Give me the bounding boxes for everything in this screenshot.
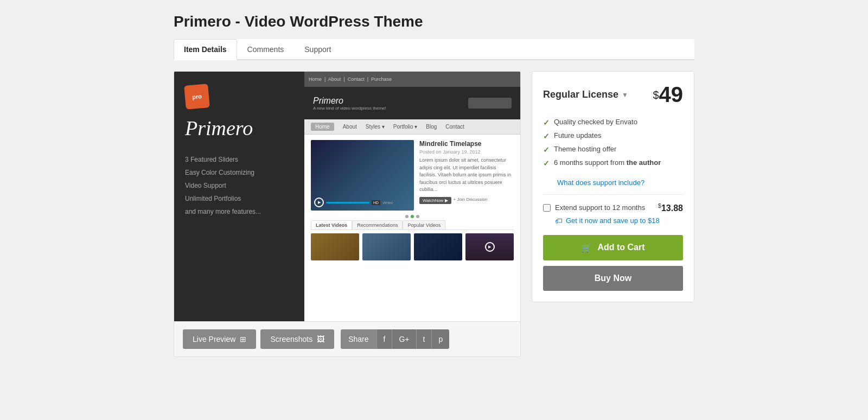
buy-now-button[interactable]: Buy Now <box>543 266 683 291</box>
check-item-updates: ✓ Future updates <box>543 129 683 143</box>
feature-list: 3 Featured Sliders Easy Color Customizin… <box>185 153 293 218</box>
thumb-item-2 <box>362 233 411 260</box>
check-icon: ✓ <box>543 132 550 141</box>
preview-image-area: pro Primero 3 Featured Sliders Easy Colo… <box>174 72 520 321</box>
license-header: Regular License ▼ $49 <box>543 82 683 107</box>
live-preview-icon: ⊞ <box>240 335 246 343</box>
support-link[interactable]: What does support include? <box>557 179 683 187</box>
check-icon: ✓ <box>543 118 550 127</box>
progress-bar <box>326 202 369 203</box>
nav-styles: Styles ▾ <box>366 124 385 130</box>
check-icon: ✓ <box>543 159 550 168</box>
browser-bar: Home | About | Contact | Purchase <box>304 72 520 87</box>
license-label: Regular License ▼ <box>543 89 628 100</box>
live-preview-button[interactable]: Live Preview ⊞ <box>183 329 256 349</box>
feature-item: and many more features... <box>185 205 293 218</box>
price-display: $49 <box>653 82 683 107</box>
extend-left: Extend support to 12 months <box>543 203 645 212</box>
pinterest-button[interactable]: p <box>431 329 449 349</box>
nav-home: Home <box>311 123 334 131</box>
tab-comments[interactable]: Comments <box>237 39 295 60</box>
nav-contact: Contact <box>445 124 464 130</box>
check-item-hosting: ✓ Theme hosting offer <box>543 143 683 156</box>
screenshots-icon: 🖼 <box>317 335 324 343</box>
tab-item-details[interactable]: Item Details <box>174 39 237 60</box>
video-description: Lorem ipsum dolor sit amet, consectetur … <box>419 157 514 194</box>
nav-about: About <box>343 124 357 130</box>
video-controls: ▶ HD vimeo <box>314 198 393 207</box>
watch-now-btn: WatchNow ▶ <box>419 197 451 204</box>
video-meta: Posted on January 19, 2012 <box>419 149 514 155</box>
popular-videos-tab: Popular Videos <box>403 220 445 230</box>
screenshots-button[interactable]: Screenshots 🖼 <box>260 329 334 349</box>
facebook-button[interactable]: f <box>376 329 392 349</box>
browser-nav: Home | About | Contact | Purchase <box>309 77 392 82</box>
check-item-support: ✓ 6 months support from the author <box>543 156 683 170</box>
tag-icon: 🏷 <box>555 217 563 225</box>
add-to-cart-label: Add to Cart <box>597 243 644 252</box>
divider <box>543 194 683 195</box>
save-tag: 🏷 Get it now and save up to $18 <box>555 217 683 225</box>
twitter-button[interactable]: t <box>416 329 432 349</box>
browser-content: Primero A new kind of video wordpress th… <box>304 87 520 321</box>
license-dropdown-arrow[interactable]: ▼ <box>622 91 628 99</box>
feature-item: Easy Color Customizing <box>185 166 293 179</box>
cart-icon: 🛒 <box>581 243 592 253</box>
add-to-cart-button[interactable]: 🛒 Add to Cart <box>543 235 683 260</box>
video-block: ▶ HD vimeo Mindrelic Timelapse Posted on… <box>311 140 514 211</box>
license-name: Regular License <box>543 89 618 100</box>
video-info: Mindrelic Timelapse Posted on January 19… <box>419 140 514 211</box>
thumb-item-3 <box>414 233 462 260</box>
latest-tabs: Latest Videos Recommendations Popular Vi… <box>311 220 514 230</box>
recommendations-tab: Recommendations <box>352 220 403 230</box>
price-currency: $ <box>653 89 659 101</box>
preview-dark-side: pro Primero 3 Featured Sliders Easy Colo… <box>174 72 304 321</box>
video-actions: WatchNow ▶ + Join Discussion <box>419 197 514 204</box>
extend-support-row: Extend support to 12 months $13.88 <box>543 202 683 213</box>
join-discussion-link: + Join Discussion <box>454 197 487 204</box>
share-group: Share f G+ t p <box>341 329 449 349</box>
check-label: Quality checked by Envato <box>554 118 637 126</box>
action-buttons-bar: Live Preview ⊞ Screenshots 🖼 Share f G+ … <box>174 321 520 357</box>
thumb-item-1 <box>311 233 359 260</box>
extend-price-display: $13.88 <box>658 202 683 213</box>
dot-active <box>411 215 414 218</box>
dot <box>416 215 419 218</box>
site-logo-text: Primero <box>313 96 386 106</box>
google-plus-button[interactable]: G+ <box>392 329 416 349</box>
check-item-quality: ✓ Quality checked by Envato <box>543 116 683 129</box>
feature-item: Unlimited Portfolios <box>185 192 293 205</box>
screenshots-label: Screenshots <box>270 335 312 343</box>
hd-badge: HD <box>372 200 380 205</box>
video-thumbnail: ▶ HD vimeo <box>311 140 414 211</box>
item-preview-panel: pro Primero 3 Featured Sliders Easy Colo… <box>174 71 521 357</box>
check-icon: ✓ <box>543 145 550 154</box>
check-label: Theme hosting offer <box>554 145 616 153</box>
extend-support-checkbox[interactable] <box>543 204 551 212</box>
thumb-grid: ▶ <box>311 233 514 260</box>
nav-portfolio: Portfolio ▾ <box>393 124 417 130</box>
site-nav: Home About Styles ▾ Portfolio ▾ Blog Con… <box>304 119 520 135</box>
site-search-box <box>468 98 512 109</box>
pro-badge: pro <box>184 84 210 110</box>
main-layout: pro Primero 3 Featured Sliders Easy Colo… <box>174 71 694 357</box>
feature-item: Video Support <box>185 179 293 192</box>
thumb-item-4: ▶ <box>465 233 514 260</box>
purchase-box: Regular License ▼ $49 ✓ Quality checked … <box>532 71 694 302</box>
site-main-content: ▶ HD vimeo Mindrelic Timelapse Posted on… <box>304 135 520 266</box>
brand-name: Primero <box>185 117 293 140</box>
tab-bar: Item Details Comments Support <box>174 39 694 60</box>
price-value: 49 <box>659 82 684 106</box>
tab-support[interactable]: Support <box>294 39 341 60</box>
share-button[interactable]: Share <box>341 329 376 349</box>
site-header: Primero A new kind of video wordpress th… <box>304 87 520 119</box>
site-tagline: A new kind of video wordpress theme! <box>313 106 386 111</box>
live-preview-label: Live Preview <box>193 335 235 343</box>
extend-support-label: Extend support to 12 months <box>555 203 645 212</box>
feature-checklist: ✓ Quality checked by Envato ✓ Future upd… <box>543 116 683 170</box>
page-title: Primero - Video WordPress Theme <box>174 13 694 30</box>
feature-item: 3 Featured Sliders <box>185 153 293 166</box>
save-link[interactable]: Get it now and save up to $18 <box>566 217 660 225</box>
video-title: Mindrelic Timelapse <box>419 140 514 148</box>
author-bold: the author <box>627 158 661 167</box>
